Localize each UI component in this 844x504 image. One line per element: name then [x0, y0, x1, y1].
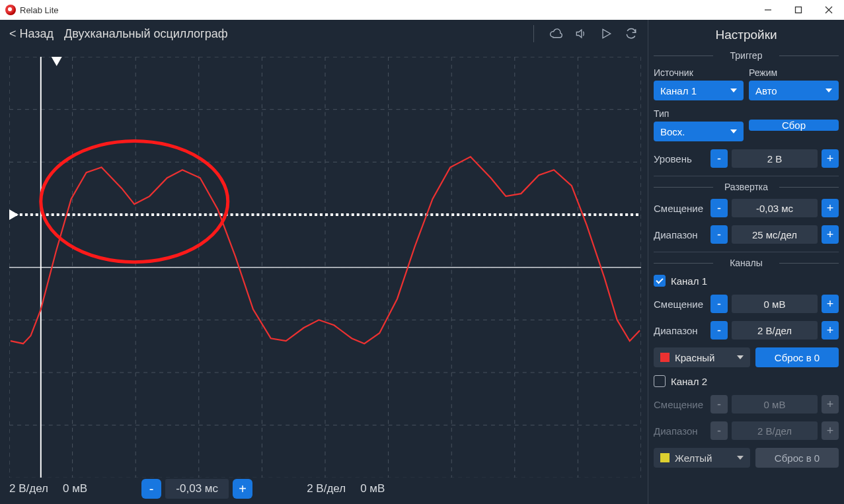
sidebar-title: Настройки	[654, 28, 839, 42]
trigger-type-label: Тип	[654, 108, 744, 119]
ch2-range-minus-button: -	[710, 421, 728, 440]
sweep-group-title: Развертка	[654, 182, 839, 192]
ch1-range-value[interactable]: 2 В/дел	[732, 321, 818, 340]
ch1-range-plus-button[interactable]: +	[822, 321, 839, 340]
page-title: Двухканальный осциллограф	[64, 27, 227, 41]
sweep-offset-value[interactable]: -0,03 мс	[732, 199, 818, 217]
ch2-color-label: Желтый	[675, 452, 712, 464]
ch1-reset-button[interactable]: Сброс в 0	[755, 347, 839, 367]
sweep-range-plus-button[interactable]: +	[822, 225, 839, 244]
sweep-offset-label: Смещение	[654, 203, 705, 214]
ch2-range-value: 2 В/дел	[732, 421, 818, 440]
ch1-offset-label: Смещение	[654, 299, 705, 310]
close-button[interactable]	[814, 0, 844, 20]
chevron-down-icon	[730, 129, 737, 133]
ch1-color-select[interactable]: Красный	[654, 347, 750, 367]
svg-rect-1	[796, 7, 802, 13]
sweep-range-minus-button[interactable]: -	[710, 225, 728, 244]
channel1-checkbox[interactable]	[654, 275, 666, 287]
svg-point-28	[41, 141, 228, 262]
svg-marker-27	[9, 209, 19, 220]
trigger-mode-label: Режим	[749, 67, 839, 78]
ch2-offset-label: 0 мВ	[360, 482, 385, 495]
sweep-range-label: Диапазон	[654, 229, 705, 240]
ch2-scale-label: 2 В/дел	[307, 482, 346, 495]
titlebar: Relab Lite	[0, 0, 844, 20]
trigger-type-value: Восх.	[660, 126, 685, 137]
color-swatch-yellow-icon	[660, 453, 670, 462]
channel1-label: Канал 1	[671, 275, 707, 287]
ch2-offset-minus-button: -	[710, 395, 728, 414]
window-title: Relab Lite	[20, 5, 59, 15]
trigger-source-select[interactable]: Канал 1	[654, 81, 744, 100]
svg-rect-25	[9, 213, 641, 216]
time-offset-plus-button[interactable]: +	[233, 479, 252, 499]
footer-bar: 2 В/дел 0 мВ - -0,03 мс + 2 В/дел 0 мВ	[0, 474, 648, 504]
app-logo-icon	[5, 5, 16, 15]
trigger-level-plus-button[interactable]: +	[822, 149, 839, 168]
ch2-range-plus-button: +	[822, 421, 839, 440]
ch2-offset-label: Смещение	[654, 399, 705, 410]
ch1-color-label: Красный	[675, 352, 714, 363]
trigger-source-label: Источник	[654, 67, 744, 78]
ch2-color-select: Желтый	[654, 448, 750, 468]
back-button[interactable]: < Назад	[9, 27, 54, 41]
header: < Назад Двухканальный осциллограф	[0, 20, 648, 48]
oscilloscope-chart[interactable]	[0, 48, 648, 474]
svg-marker-26	[52, 57, 62, 66]
minimize-button[interactable]	[753, 0, 783, 20]
chevron-down-icon	[730, 89, 737, 92]
settings-sidebar: Настройки Триггер Источник Канал 1 Режим…	[648, 20, 844, 504]
trigger-level-minus-button[interactable]: -	[710, 149, 728, 168]
play-icon[interactable]	[599, 26, 613, 41]
ch2-reset-button: Сброс в 0	[755, 448, 839, 468]
ch2-range-label: Диапазон	[654, 425, 705, 437]
trigger-type-select[interactable]: Восх.	[654, 122, 744, 141]
ch1-range-minus-button[interactable]: -	[710, 321, 728, 340]
ch1-range-label: Диапазон	[654, 325, 705, 336]
ch1-offset-label: 0 мВ	[63, 482, 87, 495]
time-offset-value[interactable]: -0,03 мс	[165, 479, 229, 499]
ch1-offset-value[interactable]: 0 мВ	[732, 295, 818, 313]
color-swatch-red-icon	[660, 353, 670, 362]
time-offset-minus-button[interactable]: -	[141, 479, 161, 499]
time-offset-stepper: - -0,03 мс +	[141, 479, 252, 499]
trigger-level-value[interactable]: 2 В	[732, 149, 818, 168]
channel2-checkbox[interactable]	[654, 375, 666, 387]
trigger-source-value: Канал 1	[660, 85, 697, 96]
refresh-icon[interactable]	[624, 26, 638, 41]
cloud-icon[interactable]	[549, 26, 563, 41]
sweep-offset-plus-button[interactable]: +	[822, 199, 839, 217]
chevron-down-icon	[825, 89, 832, 92]
ch1-scale-label: 2 В/дел	[9, 482, 48, 495]
chevron-down-icon	[737, 355, 744, 359]
trigger-level-label: Уровень	[654, 153, 705, 164]
trigger-group-title: Триггер	[654, 50, 839, 61]
channel2-label: Канал 2	[671, 376, 707, 387]
sound-icon[interactable]	[574, 26, 588, 41]
ch1-offset-minus-button[interactable]: -	[710, 295, 728, 313]
channels-group-title: Каналы	[654, 258, 839, 268]
trigger-mode-select[interactable]: Авто	[749, 81, 839, 100]
ch2-offset-plus-button: +	[822, 395, 839, 414]
trigger-mode-value: Авто	[755, 85, 777, 96]
sweep-range-value[interactable]: 25 мс/дел	[732, 225, 818, 244]
maximize-button[interactable]	[783, 0, 814, 20]
ch2-offset-value: 0 мВ	[732, 395, 818, 414]
sweep-offset-minus-button[interactable]: -	[710, 199, 728, 217]
ch1-offset-plus-button[interactable]: +	[822, 295, 839, 313]
svg-marker-4	[603, 29, 611, 38]
trigger-run-button[interactable]: Сбор	[749, 120, 839, 131]
chevron-down-icon	[737, 456, 744, 460]
